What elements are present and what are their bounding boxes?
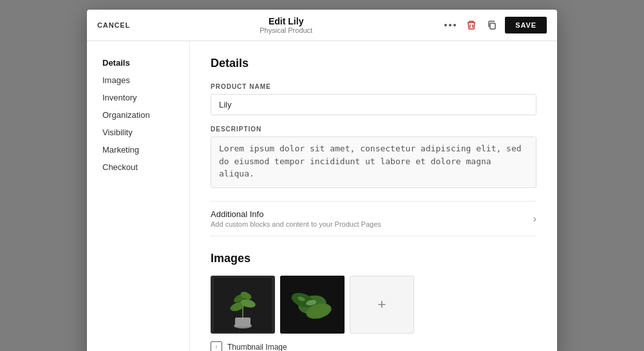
description-textarea[interactable]: Lorem ipsum dolor sit amet, consectetur …: [211, 137, 536, 188]
duplicate-icon: [487, 20, 497, 30]
modal-subtitle: Physical Product: [260, 26, 312, 34]
image-thumb-1[interactable]: [211, 276, 275, 334]
additional-info-row[interactable]: Additional Info Add custom blocks and co…: [211, 201, 536, 236]
trash-icon: [466, 20, 477, 30]
image-thumb-2[interactable]: [280, 276, 345, 334]
sidebar-item-inventory[interactable]: Inventory: [87, 89, 189, 106]
additional-info-text: Additional Info Add custom blocks and co…: [211, 209, 381, 228]
additional-info-title: Additional Info: [211, 209, 381, 219]
plant-image-2: [280, 276, 345, 334]
product-name-label: PRODUCT NAME: [211, 83, 536, 90]
sidebar-item-images[interactable]: Images: [87, 71, 189, 89]
more-options-button[interactable]: [442, 21, 459, 29]
sidebar-item-marketing[interactable]: Marketing: [87, 141, 189, 158]
chevron-right-icon: ›: [533, 213, 536, 225]
dots-icon: [444, 24, 456, 26]
images-row: +: [211, 276, 536, 334]
svg-rect-0: [490, 23, 495, 29]
thumbnail-icon: ↑: [211, 341, 222, 351]
modal-title: Edit Lily: [260, 16, 312, 26]
plus-icon: +: [378, 296, 386, 313]
additional-info-subtitle: Add custom blocks and content to your Pr…: [211, 220, 381, 228]
cancel-button[interactable]: CANCEL: [97, 21, 130, 29]
modal-overlay: CANCEL Edit Lily Physical Product: [0, 0, 644, 351]
content-area: Details PRODUCT NAME DESCRIPTION Lorem i…: [190, 41, 557, 351]
description-label: DESCRIPTION: [211, 126, 536, 133]
thumbnail-row: ↑ Thumbnail Image: [211, 341, 536, 351]
save-button[interactable]: SAVE: [505, 17, 547, 33]
sidebar-item-visibility[interactable]: Visibility: [87, 124, 189, 141]
sidebar-item-checkout[interactable]: Checkout: [87, 158, 189, 176]
modal-header-center: Edit Lily Physical Product: [260, 16, 312, 34]
product-name-input[interactable]: [211, 94, 536, 115]
sidebar-item-details[interactable]: Details: [87, 54, 189, 71]
details-section-title: Details: [211, 57, 536, 70]
add-image-button[interactable]: +: [350, 276, 414, 334]
plant-image-1: [214, 278, 272, 332]
sidebar-nav: Details Images Inventory Organization Vi…: [87, 41, 190, 351]
edit-product-modal: CANCEL Edit Lily Physical Product: [87, 10, 557, 351]
delete-button[interactable]: [464, 17, 479, 33]
modal-body: Details Images Inventory Organization Vi…: [87, 41, 557, 351]
svg-rect-3: [235, 318, 251, 327]
modal-header-actions: SAVE: [442, 17, 547, 33]
sidebar-item-organization[interactable]: Organization: [87, 106, 189, 124]
modal-header: CANCEL Edit Lily Physical Product: [87, 10, 557, 41]
images-section-title: Images: [211, 252, 536, 265]
thumbnail-label: Thumbnail Image: [227, 343, 287, 351]
duplicate-button[interactable]: [484, 17, 500, 33]
